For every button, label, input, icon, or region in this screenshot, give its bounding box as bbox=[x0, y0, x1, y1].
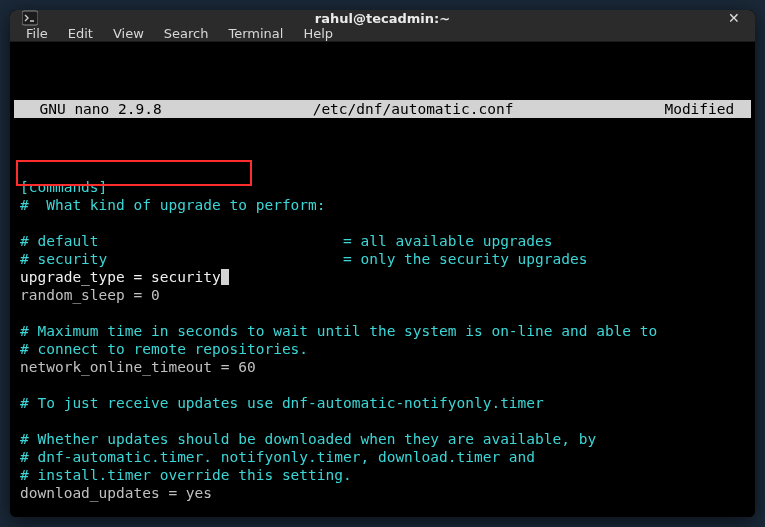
editor-line: # Maximum time in seconds to wait until … bbox=[20, 322, 745, 340]
editor-line bbox=[20, 304, 745, 322]
editor-line: # install.timer override this setting. bbox=[20, 466, 745, 484]
editor-line: # What kind of upgrade to perform: bbox=[20, 196, 745, 214]
terminal-window: rahul@tecadmin:~ ✕ File Edit View Search… bbox=[10, 10, 755, 517]
editor-line: upgrade_type = security bbox=[20, 268, 745, 286]
menu-view[interactable]: View bbox=[103, 26, 154, 41]
editor-line: # dnf-automatic.timer. notifyonly.timer,… bbox=[20, 448, 745, 466]
editor-line bbox=[20, 376, 745, 394]
editor-line: random_sleep = 0 bbox=[20, 286, 745, 304]
editor-line bbox=[20, 412, 745, 430]
editor-line: download_updates = yes bbox=[20, 484, 745, 502]
menu-edit[interactable]: Edit bbox=[58, 26, 103, 41]
menu-search[interactable]: Search bbox=[154, 26, 219, 41]
editor-content[interactable]: [commands]# What kind of upgrade to perf… bbox=[14, 172, 751, 517]
close-icon: ✕ bbox=[728, 10, 740, 26]
editor-line: [commands] bbox=[20, 178, 745, 196]
nano-header: GNU nano 2.9.8 /etc/dnf/automatic.conf M… bbox=[14, 100, 751, 118]
menu-terminal[interactable]: Terminal bbox=[218, 26, 293, 41]
editor-line: network_online_timeout = 60 bbox=[20, 358, 745, 376]
editor-line: # default = all available upgrades bbox=[20, 232, 745, 250]
menubar: File Edit View Search Terminal Help bbox=[10, 26, 755, 42]
editor-line: # To just receive updates use dnf-automa… bbox=[20, 394, 745, 412]
nano-version: GNU nano 2.9.8 bbox=[16, 100, 162, 118]
editor-line bbox=[20, 502, 745, 517]
editor-line: # security = only the security upgrades bbox=[20, 250, 745, 268]
nano-filename: /etc/dnf/automatic.conf bbox=[162, 100, 665, 118]
editor-line: # connect to remote repositories. bbox=[20, 340, 745, 358]
window-title: rahul@tecadmin:~ bbox=[10, 11, 755, 26]
menu-help[interactable]: Help bbox=[293, 26, 343, 41]
editor-line bbox=[20, 214, 745, 232]
titlebar[interactable]: rahul@tecadmin:~ ✕ bbox=[10, 10, 755, 26]
editor-line: # Whether updates should be downloaded w… bbox=[20, 430, 745, 448]
menu-file[interactable]: File bbox=[16, 26, 58, 41]
nano-modified: Modified bbox=[664, 100, 749, 118]
text-cursor bbox=[221, 269, 229, 285]
terminal-area[interactable]: GNU nano 2.9.8 /etc/dnf/automatic.conf M… bbox=[10, 42, 755, 517]
close-button[interactable]: ✕ bbox=[721, 10, 747, 31]
